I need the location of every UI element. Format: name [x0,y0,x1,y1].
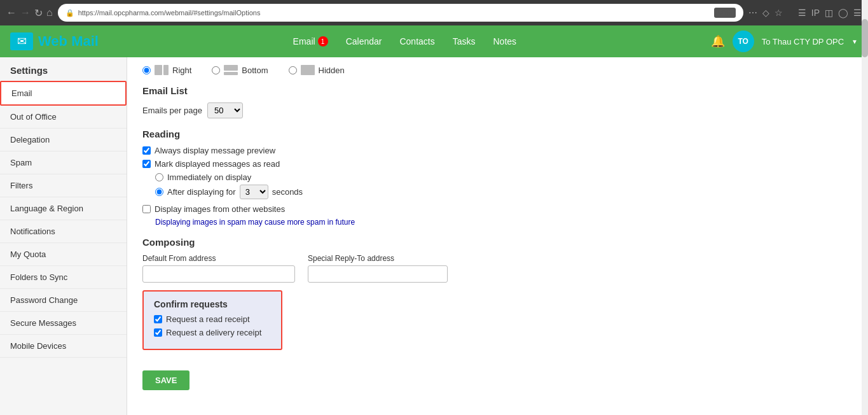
forward-icon[interactable]: → [20,7,31,18]
reading-section: Reading Always display message preview M… [142,129,853,227]
header-right: 🔔 TO To Thau CTY DP OPC ▼ [711,31,858,52]
nav-calendar-label: Calendar [346,36,382,46]
confirm-requests-title: Confirm requests [154,299,271,309]
immediately-radio[interactable] [155,173,163,181]
settings-title: Settings [0,57,127,81]
scrollbar-track[interactable] [862,0,868,415]
ip-icon[interactable]: IP [811,8,820,18]
main-layout: Settings Email Out of Office Delegation … [0,57,868,415]
sidebar-item-spam[interactable]: Spam [0,151,127,174]
after-displaying-radio[interactable] [155,188,163,196]
default-from-input[interactable] [142,265,295,283]
after-displaying-select[interactable]: 1 2 3 5 10 [240,185,268,199]
zoom-level: 90% [714,8,736,18]
nav-notes[interactable]: Notes [493,36,517,46]
profile-icon[interactable]: ◯ [838,8,848,18]
header-nav: Email 1 Calendar Contacts Tasks Notes [293,36,516,46]
nav-tasks-label: Tasks [453,36,476,46]
preview-bottom-option[interactable]: Bottom [212,65,268,75]
more-icon[interactable]: ⋯ [748,8,757,18]
display-images-checkbox[interactable] [142,205,151,213]
emails-per-page-label: Emails per page [142,106,202,115]
preview-hidden-icon [301,65,315,75]
notification-icon[interactable]: 🔔 [711,34,725,48]
browser-nav-icons: ← → ↻ ⌂ [6,7,53,19]
request-read-receipt-checkbox[interactable] [154,315,162,323]
emails-per-page-row: Emails per page 10 20 30 50 100 [142,102,853,118]
email-list-title: Email List [142,85,853,96]
always-display-preview-checkbox[interactable] [142,146,151,155]
preview-bottom-radio[interactable] [212,66,220,74]
sidebar-item-out-of-office[interactable]: Out of Office [0,106,127,129]
scrollbar-thumb[interactable] [862,19,868,57]
browser-right-icons: ⋯ ◇ ☆ ☰ IP ◫ ◯ ☰ [748,8,862,18]
user-dropdown-icon[interactable]: ▼ [851,38,858,45]
home-icon[interactable]: ⌂ [46,7,53,18]
preview-right-icon [155,65,169,75]
sidebar-item-delegation[interactable]: Delegation [0,129,127,151]
preview-hidden-label: Hidden [319,66,345,75]
menu-icon[interactable]: ☰ [853,8,862,18]
seconds-label: seconds [272,187,303,197]
preview-right-option[interactable]: Right [142,65,191,75]
back-icon[interactable]: ← [6,7,17,18]
sidebar-item-my-quota[interactable]: My Quota [0,243,127,266]
composing-section: Composing Default From address Special R… [142,237,853,350]
sidebar: Settings Email Out of Office Delegation … [0,57,127,415]
nav-tasks[interactable]: Tasks [453,36,476,46]
refresh-icon[interactable]: ↻ [34,7,43,19]
sidebar-item-folders-to-sync[interactable]: Folders to Sync [0,266,127,289]
always-display-preview-label: Always display message preview [155,146,275,155]
immediately-on-display-row: Immediately on display [155,172,853,182]
mark-displayed-row: Mark displayed messages as read [142,159,853,169]
special-reply-input[interactable] [308,265,448,283]
nav-contacts[interactable]: Contacts [399,36,434,46]
email-list-section: Email List Emails per page 10 20 30 50 1… [142,85,853,118]
preview-position-row: Right Bottom Hidden [142,65,853,75]
sidebar-item-filters[interactable]: Filters [0,174,127,197]
browser-chrome: ← → ↻ ⌂ 🔒 https://mail.opcpharma.com/web… [0,0,868,25]
sidebar-item-secure-messages[interactable]: Secure Messages [0,312,127,335]
star-icon[interactable]: ☆ [775,8,783,18]
logo-text: Web Mail [38,33,99,50]
email-badge: 1 [318,36,328,46]
svg-rect-3 [224,72,238,75]
svg-rect-2 [224,65,238,71]
immediately-label: Immediately on display [167,172,251,182]
special-reply-group: Special Reply-To address [308,254,448,283]
address-bar[interactable]: 🔒 https://mail.opcpharma.com/webmail/#se… [58,4,743,22]
nav-calendar[interactable]: Calendar [346,36,382,46]
request-read-receipt-row: Request a read receipt [154,314,271,324]
request-delivery-receipt-checkbox[interactable] [154,328,162,337]
nav-email[interactable]: Email 1 [293,36,328,46]
preview-right-radio[interactable] [142,66,151,74]
layout-icon[interactable]: ◫ [825,8,833,18]
preview-hidden-radio[interactable] [289,66,297,74]
composing-title: Composing [142,237,853,248]
sidebar-item-language-region[interactable]: Language & Region [0,197,127,220]
pocket-icon[interactable]: ◇ [762,8,769,18]
history-icon[interactable]: ☰ [798,8,806,18]
sidebar-item-email[interactable]: Email [0,81,127,106]
spam-note: Displaying images in spam may cause more… [155,218,853,227]
sidebar-item-mobile-devices[interactable]: Mobile Devices [0,335,127,358]
sidebar-item-notifications[interactable]: Notifications [0,220,127,243]
preview-right-label: Right [172,66,191,75]
display-images-row: Display images from other websites [142,204,853,214]
nav-email-label: Email [293,36,315,46]
app-logo: ✉ Web Mail [10,32,99,50]
mark-displayed-checkbox[interactable] [142,160,151,168]
special-reply-label: Special Reply-To address [308,254,448,263]
emails-per-page-select[interactable]: 10 20 30 50 100 [207,102,243,118]
default-from-label: Default From address [142,254,295,263]
save-button[interactable]: SAVE [142,370,189,390]
display-images-label: Display images from other websites [155,204,285,214]
sidebar-item-password-change[interactable]: Password Change [0,289,127,312]
after-displaying-label: After displaying for [167,187,236,197]
preview-bottom-label: Bottom [242,66,268,75]
reading-title: Reading [142,129,853,139]
preview-bottom-icon [224,65,238,75]
preview-hidden-option[interactable]: Hidden [289,65,345,75]
after-displaying-row: After displaying for 1 2 3 5 10 seconds [155,185,853,199]
url-display: https://mail.opcpharma.com/webmail/#sett… [78,9,261,17]
